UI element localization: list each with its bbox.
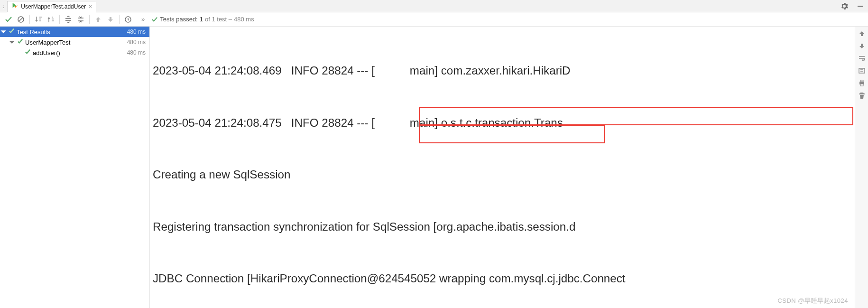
separator bbox=[119, 15, 120, 24]
show-ignored-icon[interactable] bbox=[15, 14, 27, 25]
gear-icon[interactable] bbox=[840, 2, 848, 10]
test-toolbar: » Tests passed: 1 of 1 test – 480 ms bbox=[0, 12, 868, 27]
separator bbox=[59, 15, 60, 24]
print-icon[interactable] bbox=[858, 79, 866, 87]
console-line: 2023-05-04 21:24:08.475 INFO 28824 --- [… bbox=[153, 114, 855, 132]
scroll-to-end-icon[interactable] bbox=[858, 66, 866, 75]
chevron-down-icon[interactable] bbox=[0, 28, 7, 35]
sort-asc-icon[interactable] bbox=[33, 14, 44, 25]
tree-label: Test Results bbox=[17, 28, 127, 36]
svg-line-2 bbox=[19, 18, 23, 21]
separator bbox=[29, 15, 30, 24]
console-output[interactable]: 2023-05-04 21:24:08.469 INFO 28824 --- [… bbox=[150, 27, 855, 308]
tree-time: 480 ms bbox=[127, 39, 146, 46]
tab-title: UserMapperTest.addUser bbox=[21, 3, 86, 10]
soft-wrap-icon[interactable] bbox=[858, 54, 866, 63]
collapse-all-icon[interactable] bbox=[75, 14, 86, 25]
svg-rect-7 bbox=[860, 84, 863, 86]
scroll-down-icon[interactable] bbox=[858, 42, 866, 50]
show-passed-icon[interactable] bbox=[3, 14, 14, 25]
console-line: Registering transaction synchronization … bbox=[153, 218, 855, 236]
next-failed-icon[interactable] bbox=[105, 14, 116, 25]
tree-label: UserMapperTest bbox=[25, 39, 127, 46]
status-count: 1 bbox=[200, 16, 203, 23]
svg-rect-4 bbox=[859, 68, 865, 73]
sort-desc-icon[interactable] bbox=[45, 14, 56, 25]
status-text-prefix: Tests passed: bbox=[160, 16, 198, 23]
status-of: of 1 test – bbox=[205, 16, 232, 23]
tree-root[interactable]: Test Results 480 ms bbox=[0, 27, 149, 37]
check-icon bbox=[25, 49, 31, 56]
check-icon bbox=[9, 28, 15, 36]
chevrons-icon[interactable]: » bbox=[141, 16, 145, 23]
check-icon bbox=[17, 38, 23, 46]
history-icon[interactable] bbox=[122, 14, 134, 25]
main-area: Test Results 480 ms UserMapperTest 480 m… bbox=[0, 27, 868, 308]
tree-class[interactable]: UserMapperTest 480 ms bbox=[0, 37, 149, 47]
test-config-icon bbox=[11, 2, 18, 11]
status-time: 480 ms bbox=[234, 16, 254, 23]
run-tab[interactable]: UserMapperTest.addUser × bbox=[7, 1, 96, 12]
scroll-up-icon[interactable] bbox=[858, 29, 866, 38]
console-line: 2023-05-04 21:24:08.469 INFO 28824 --- [… bbox=[153, 62, 855, 80]
test-status: Tests passed: 1 of 1 test – 480 ms bbox=[151, 16, 254, 23]
tree-label: addUser() bbox=[33, 49, 127, 56]
svg-rect-6 bbox=[860, 80, 863, 82]
prev-failed-icon[interactable] bbox=[92, 14, 104, 25]
tab-bar: : UserMapperTest.addUser × bbox=[0, 0, 868, 12]
console-line: JDBC Connection [HikariProxyConnection@6… bbox=[153, 270, 855, 288]
tree-time: 480 ms bbox=[127, 49, 146, 56]
console-right-rail bbox=[855, 27, 868, 308]
tree-method[interactable]: addUser() 480 ms bbox=[0, 47, 149, 58]
tab-prefix: : bbox=[3, 3, 7, 9]
test-tree[interactable]: Test Results 480 ms UserMapperTest 480 m… bbox=[0, 27, 150, 308]
clear-all-icon[interactable] bbox=[858, 91, 866, 100]
separator bbox=[89, 15, 90, 24]
hide-icon[interactable] bbox=[857, 2, 864, 10]
expand-all-icon[interactable] bbox=[63, 14, 74, 25]
console-line: Creating a new SqlSession bbox=[153, 166, 855, 184]
close-icon[interactable]: × bbox=[89, 4, 92, 9]
tree-time: 480 ms bbox=[127, 28, 146, 35]
svg-rect-0 bbox=[858, 6, 863, 7]
chevron-down-icon[interactable] bbox=[9, 39, 15, 46]
